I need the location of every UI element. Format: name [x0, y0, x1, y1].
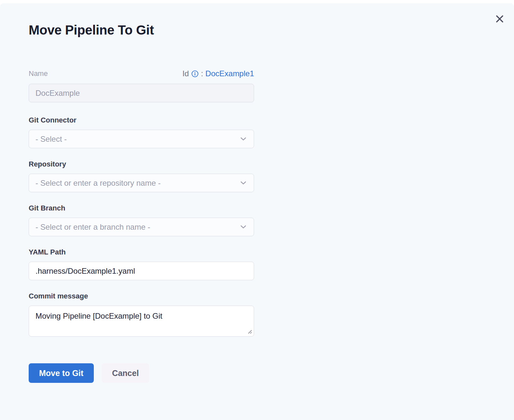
yaml-path-input[interactable] — [29, 262, 254, 280]
git-branch-section: Git Branch - Select or enter a branch na… — [29, 204, 254, 236]
repository-select[interactable]: - Select or enter a repository name - — [29, 174, 254, 192]
commit-message-textarea[interactable]: Moving Pipeline [DocExample] to Git — [29, 306, 254, 337]
repository-label: Repository — [29, 160, 254, 168]
chevron-down-icon — [240, 137, 246, 141]
dialog-title: Move Pipeline To Git — [29, 22, 254, 38]
id-label: Id — [182, 69, 189, 78]
move-to-git-button[interactable]: Move to Git — [29, 363, 94, 383]
commit-message-label: Commit message — [29, 292, 254, 300]
close-button[interactable] — [494, 13, 506, 25]
chevron-down-icon — [240, 225, 246, 229]
name-input[interactable] — [29, 84, 254, 102]
cancel-button[interactable]: Cancel — [102, 363, 149, 383]
git-connector-section: Git Connector - Select - — [29, 116, 254, 148]
id-colon: : — [201, 69, 203, 78]
move-pipeline-to-git-dialog: Move Pipeline To Git Name Id : DocExampl… — [0, 3, 514, 420]
pipeline-id-group: Id : DocExample1 — [182, 69, 254, 78]
close-icon — [495, 14, 504, 23]
chevron-down-icon — [240, 181, 246, 185]
info-icon[interactable] — [191, 70, 199, 78]
repository-section: Repository - Select or enter a repositor… — [29, 160, 254, 192]
repository-placeholder: - Select or enter a repository name - — [36, 179, 161, 188]
name-label: Name — [29, 69, 48, 78]
yaml-path-section: YAML Path — [29, 248, 254, 280]
yaml-path-label: YAML Path — [29, 248, 254, 256]
dialog-content: Move Pipeline To Git Name Id : DocExampl… — [0, 3, 254, 383]
git-connector-select[interactable]: - Select - — [29, 130, 254, 148]
commit-message-section: Commit message Moving Pipeline [DocExamp… — [29, 292, 254, 337]
git-branch-select[interactable]: - Select or enter a branch name - — [29, 218, 254, 236]
git-connector-placeholder: - Select - — [36, 135, 67, 144]
dialog-actions: Move to Git Cancel — [29, 363, 254, 383]
name-header-row: Name Id : DocExample1 — [29, 69, 254, 78]
pipeline-id-value[interactable]: DocExample1 — [206, 69, 254, 78]
git-connector-label: Git Connector — [29, 116, 254, 124]
git-branch-label: Git Branch — [29, 204, 254, 212]
git-branch-placeholder: - Select or enter a branch name - — [36, 223, 150, 232]
commit-message-wrap: Moving Pipeline [DocExample] to Git — [29, 306, 254, 337]
